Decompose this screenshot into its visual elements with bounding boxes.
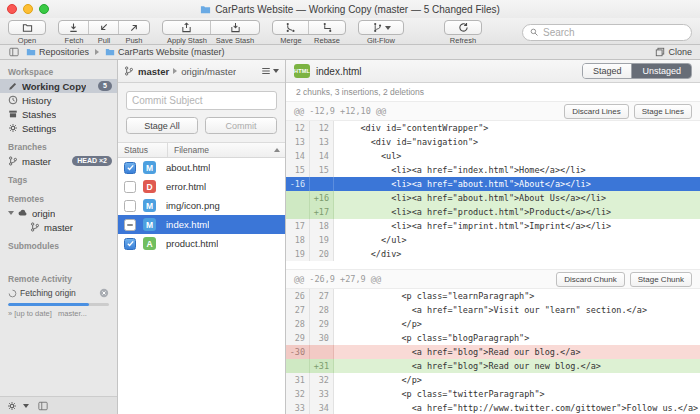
- diff-line[interactable]: 2627 <p class="learnParagraph">: [286, 289, 700, 303]
- file-name: index.html: [166, 219, 209, 230]
- zoom-window-button[interactable]: [39, 4, 49, 14]
- file-row-product-html[interactable]: Aproduct.html: [118, 234, 285, 253]
- commit-button[interactable]: Commit: [205, 117, 277, 134]
- stage-checkbox[interactable]: [124, 238, 136, 250]
- diff-line[interactable]: 3233 <p class="twitterParagraph">: [286, 387, 700, 401]
- remote-activity-header: Remote Activity: [0, 267, 117, 286]
- file-row-img-icon-png[interactable]: Mimg/icon.png: [118, 196, 285, 215]
- close-window-button[interactable]: [7, 4, 17, 14]
- pull-button[interactable]: [89, 21, 119, 34]
- diff-line[interactable]: 1718 <li><a href="imprint.html">Imprint<…: [286, 219, 700, 233]
- diff-code: </p>: [334, 373, 700, 387]
- sort-ascending-icon: [274, 148, 280, 152]
- sidebar-item-history[interactable]: History: [0, 93, 117, 107]
- diff-line[interactable]: 3132 </p>: [286, 373, 700, 387]
- diff-code: <p class="learnParagraph">: [334, 289, 700, 303]
- chunk-range-label: @@ -26,9 +27,9 @@: [294, 274, 381, 284]
- filename-column-header[interactable]: Filename: [168, 145, 285, 155]
- sidebar-toggle-icon[interactable]: [8, 47, 20, 57]
- stage-button[interactable]: Stage Lines: [634, 104, 692, 119]
- search-input[interactable]: [543, 27, 684, 38]
- stage-checkbox[interactable]: [124, 181, 136, 193]
- file-row-index-html[interactable]: Mindex.html: [118, 215, 285, 234]
- diff-line[interactable]: +17 <li><a href="product.html">Product</…: [286, 205, 700, 219]
- gear-icon: [8, 123, 18, 133]
- sidebar-item-badge: HEAD ×2: [72, 156, 112, 166]
- staged-tab[interactable]: Staged: [583, 64, 633, 78]
- filename-column-label: Filename: [174, 145, 209, 155]
- git-flow-icon: [372, 22, 383, 33]
- stage-button[interactable]: Stage Chunk: [630, 272, 692, 287]
- diff-line[interactable]: 1414 <ul>: [286, 149, 700, 163]
- search-field[interactable]: [522, 24, 692, 41]
- minimize-window-button[interactable]: [23, 4, 33, 14]
- breadcrumb-current-repo[interactable]: CarParts Website (master): [105, 47, 224, 57]
- new-line-number: [310, 177, 334, 191]
- action-menu-caret-icon[interactable]: [23, 404, 29, 408]
- open-folder-icon: [22, 22, 33, 33]
- fetch-icon: [68, 22, 79, 33]
- unstaged-tab[interactable]: Unstaged: [632, 64, 691, 78]
- path-bar: Repositories CarParts Website (master) C…: [0, 45, 700, 60]
- diff-code: <a href="blog">Read our new blog.</a>: [334, 359, 700, 373]
- breadcrumb-repositories[interactable]: Repositories: [26, 47, 89, 57]
- stash-group: Apply Stash Save Stash: [162, 20, 260, 45]
- disclosure-triangle-icon[interactable]: [8, 211, 14, 215]
- stage-checkbox[interactable]: [124, 200, 136, 212]
- diff-line[interactable]: 2930 <p class="blogParagraph">: [286, 331, 700, 345]
- sidebar-section-header: Branches: [0, 135, 117, 154]
- diff-line[interactable]: +16 <li><a href="about.html">About Us</a…: [286, 191, 700, 205]
- diff-line[interactable]: 1313 <div id="navigation">: [286, 135, 700, 149]
- commit-subject-input[interactable]: [126, 91, 277, 110]
- save-stash-button[interactable]: [211, 21, 259, 34]
- refresh-button[interactable]: [445, 21, 481, 34]
- sidebar-item-origin[interactable]: origin: [0, 206, 117, 220]
- file-row-error-html[interactable]: Derror.html: [118, 177, 285, 196]
- stage-checkbox[interactable]: [124, 162, 136, 174]
- status-column-header[interactable]: Status: [118, 143, 168, 157]
- view-options-icon[interactable]: [37, 401, 49, 411]
- fetch-button[interactable]: [59, 21, 89, 34]
- new-line-number: 33: [310, 387, 334, 401]
- cancel-fetch-button[interactable]: [99, 288, 109, 298]
- sidebar-section-header: Submodules: [0, 234, 117, 253]
- diff-line[interactable]: 2829 </p>: [286, 317, 700, 331]
- push-button[interactable]: [119, 21, 149, 34]
- git-flow-button[interactable]: [359, 21, 403, 34]
- diff-line[interactable]: 1920 </div>: [286, 247, 700, 261]
- file-row-about-html[interactable]: Mabout.html: [118, 158, 285, 177]
- sidebar-item-stashes[interactable]: Stashes: [0, 107, 117, 121]
- diff-line[interactable]: -30 <a href="blog">Read our blog.</a>: [286, 345, 700, 359]
- diff-line[interactable]: 3334 <a href="http://www.twitter.com/git…: [286, 401, 700, 414]
- pencil-icon: [8, 81, 18, 91]
- diff-line[interactable]: -16 <li><a href="about.html">About</a></…: [286, 177, 700, 191]
- sidebar-section-header: Workspace: [0, 60, 117, 79]
- diff-line[interactable]: 1515 <li><a href="index.html">Home</a></…: [286, 163, 700, 177]
- sidebar-item-master[interactable]: master: [0, 220, 117, 234]
- discard-button[interactable]: Discard Lines: [564, 104, 628, 119]
- diff-line[interactable]: 2728 <a href="learn">Visit our "learn" s…: [286, 303, 700, 317]
- discard-button[interactable]: Discard Chunk: [556, 272, 624, 287]
- apply-stash-button[interactable]: [163, 21, 211, 34]
- clone-button[interactable]: Clone: [655, 47, 692, 57]
- sidebar-item-settings[interactable]: Settings: [0, 121, 117, 135]
- sidebar-item-working-copy[interactable]: Working Copy5: [0, 79, 117, 93]
- stage-checkbox[interactable]: [124, 219, 136, 231]
- sidebar: WorkspaceWorking Copy5HistoryStashesSett…: [0, 60, 118, 414]
- stage-all-button[interactable]: Stage All: [126, 117, 198, 134]
- new-line-number: +31: [310, 359, 334, 373]
- open-button[interactable]: [9, 21, 45, 34]
- rebase-button[interactable]: [309, 21, 345, 34]
- new-line-number: 32: [310, 373, 334, 387]
- chunk-range-label: @@ -12,9 +12,10 @@: [294, 106, 386, 116]
- sidebar-item-label: master: [22, 156, 51, 167]
- fetch-detail-text: » [up to date] master...: [0, 308, 117, 319]
- action-gear-icon[interactable]: [7, 401, 17, 411]
- diff-line[interactable]: 1212 <div id="contentWrapper">: [286, 121, 700, 135]
- status-badge: D: [143, 180, 156, 193]
- file-list-menu-button[interactable]: [261, 66, 279, 76]
- sidebar-item-master[interactable]: masterHEAD ×2: [0, 154, 117, 168]
- diff-line[interactable]: 1819 </ul>: [286, 233, 700, 247]
- merge-button[interactable]: [273, 21, 309, 34]
- diff-line[interactable]: +31 <a href="blog">Read our new blog.</a…: [286, 359, 700, 373]
